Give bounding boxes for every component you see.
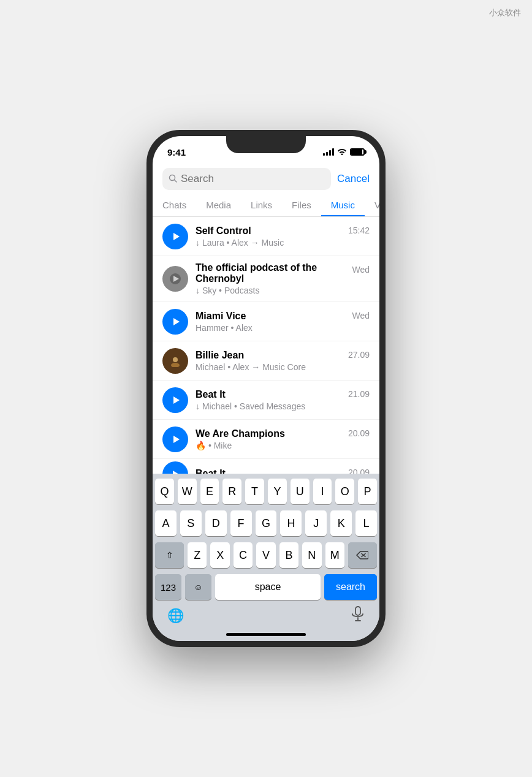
- tab-chats[interactable]: Chats: [153, 195, 196, 216]
- key-d[interactable]: D: [205, 510, 227, 536]
- list-item[interactable]: Miami Vice Hammer • Alex Wed: [153, 302, 379, 341]
- key-h[interactable]: H: [280, 510, 302, 536]
- phone-screen: 9:41: [153, 136, 379, 641]
- cancel-button[interactable]: Cancel: [337, 173, 370, 185]
- key-l[interactable]: L: [355, 510, 377, 536]
- music-title-4: Billie Jean: [196, 350, 341, 361]
- tab-files[interactable]: Files: [282, 195, 321, 216]
- play-button-6[interactable]: [162, 426, 188, 452]
- key-z[interactable]: Z: [188, 542, 207, 568]
- key-n[interactable]: N: [302, 542, 321, 568]
- music-info-4: Billie Jean Michael • Alex → Music Core: [196, 350, 341, 372]
- num-key[interactable]: 123: [155, 574, 181, 600]
- key-p[interactable]: P: [358, 479, 377, 504]
- key-x[interactable]: X: [210, 542, 229, 568]
- list-item[interactable]: Self Control ↓ Laura • Alex → Music 15:4…: [153, 217, 379, 256]
- keyboard-row-1: Q W E R T Y U I O P: [155, 479, 377, 504]
- wifi-icon: [337, 148, 347, 157]
- key-e[interactable]: E: [200, 479, 219, 504]
- svg-marker-2: [173, 233, 180, 240]
- battery-icon: [350, 148, 365, 156]
- tab-links[interactable]: Links: [241, 195, 282, 216]
- music-info-6: We Are Champions 🔥 • Mike: [196, 428, 341, 450]
- key-g[interactable]: G: [256, 510, 277, 536]
- mic-icon[interactable]: [351, 606, 365, 626]
- search-input-wrapper[interactable]: [162, 168, 331, 190]
- music-date-5: 21.09: [348, 389, 370, 399]
- search-icon: [169, 174, 177, 184]
- home-indicator: [226, 633, 306, 636]
- music-date-3: Wed: [352, 311, 370, 320]
- music-title-1: Self Control: [196, 226, 341, 237]
- music-date-6: 20.09: [348, 428, 370, 438]
- key-f[interactable]: F: [230, 510, 252, 536]
- emoji-key[interactable]: ☺: [185, 574, 211, 600]
- music-info-2: The official podcast of the Chernobyl ↓ …: [196, 262, 344, 295]
- signal-icon: [323, 148, 334, 156]
- key-o[interactable]: O: [335, 479, 354, 504]
- keyboard-row-3: ⇧ Z X C V B N M: [155, 542, 377, 568]
- key-m[interactable]: M: [325, 542, 344, 568]
- list-item[interactable]: Beat It ↓ Michael • Saved Messages 21.09: [153, 381, 379, 420]
- search-key[interactable]: search: [324, 574, 377, 600]
- music-date-4: 27.09: [348, 350, 370, 360]
- music-sub-3: Hammer • Alex: [196, 323, 344, 333]
- globe-icon[interactable]: 🌐: [167, 608, 184, 624]
- music-title-6: We Are Champions: [196, 428, 341, 439]
- key-b[interactable]: B: [279, 542, 298, 568]
- play-button-1[interactable]: [162, 224, 188, 249]
- status-icons: [323, 148, 365, 157]
- list-item[interactable]: Billie Jean Michael • Alex → Music Core …: [153, 341, 379, 381]
- space-key[interactable]: space: [215, 574, 321, 600]
- backspace-key[interactable]: [348, 542, 377, 568]
- key-w[interactable]: W: [178, 479, 197, 504]
- watermark: 小众软件: [489, 7, 521, 18]
- keyboard-row-4: 123 ☺ space search: [155, 574, 377, 600]
- notch: [226, 136, 306, 153]
- tab-music[interactable]: Music: [321, 195, 365, 216]
- music-date-1: 15:42: [348, 226, 370, 235]
- list-item[interactable]: The official podcast of the Chernobyl ↓ …: [153, 256, 379, 302]
- shift-key[interactable]: ⇧: [155, 542, 184, 568]
- key-a[interactable]: A: [155, 510, 177, 536]
- key-u[interactable]: U: [291, 479, 310, 504]
- search-input[interactable]: [181, 173, 325, 185]
- music-date-7: 20.09: [348, 468, 370, 474]
- svg-marker-5: [173, 318, 180, 325]
- music-date-2: Wed: [352, 265, 370, 275]
- music-sub-1: ↓ Laura • Alex → Music: [196, 238, 341, 248]
- svg-rect-13: [355, 607, 360, 615]
- svg-marker-8: [173, 396, 180, 404]
- svg-line-1: [175, 180, 177, 182]
- key-k[interactable]: K: [330, 510, 352, 536]
- svg-point-7: [171, 363, 180, 367]
- tabs-container: Chats Media Links Files Music Voi…: [153, 195, 379, 217]
- key-q[interactable]: Q: [155, 479, 174, 504]
- keyboard-row-2: A S D F G H J K L: [155, 510, 377, 536]
- phone-frame: 9:41: [146, 130, 386, 647]
- play-button-7[interactable]: [162, 461, 188, 474]
- key-i[interactable]: I: [313, 479, 332, 504]
- svg-point-6: [173, 357, 178, 362]
- music-info-1: Self Control ↓ Laura • Alex → Music: [196, 226, 341, 248]
- key-c[interactable]: C: [234, 542, 253, 568]
- key-j[interactable]: J: [305, 510, 327, 536]
- key-s[interactable]: S: [180, 510, 202, 536]
- play-button-3[interactable]: [162, 309, 188, 335]
- key-t[interactable]: T: [245, 479, 264, 504]
- key-y[interactable]: Y: [268, 479, 287, 504]
- track-thumbnail-2: [162, 266, 188, 292]
- list-item-partial[interactable]: Beat It 20.09: [153, 459, 379, 474]
- music-info-5: Beat It ↓ Michael • Saved Messages: [196, 389, 341, 411]
- play-button-5[interactable]: [162, 387, 188, 413]
- keyboard-extras: 🌐: [155, 600, 377, 629]
- music-title-5: Beat It: [196, 389, 341, 400]
- music-info-3: Miami Vice Hammer • Alex: [196, 311, 344, 333]
- list-item[interactable]: We Are Champions 🔥 • Mike 20.09: [153, 420, 379, 459]
- key-r[interactable]: R: [222, 479, 241, 504]
- music-title-2: The official podcast of the Chernobyl: [196, 262, 344, 284]
- tab-media[interactable]: Media: [196, 195, 241, 216]
- tab-voice[interactable]: Voi…: [365, 195, 379, 216]
- music-title-7: Beat It: [196, 468, 341, 474]
- key-v[interactable]: V: [256, 542, 275, 568]
